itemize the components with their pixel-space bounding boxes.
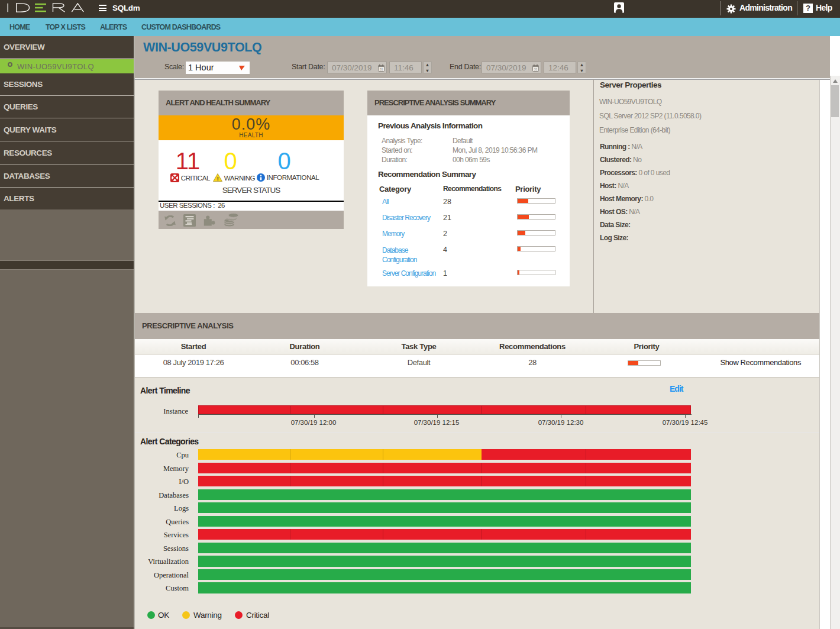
svg-text:!: ! [217, 176, 219, 182]
svg-text:31: 31 [379, 67, 383, 71]
svg-text:31: 31 [534, 67, 537, 71]
